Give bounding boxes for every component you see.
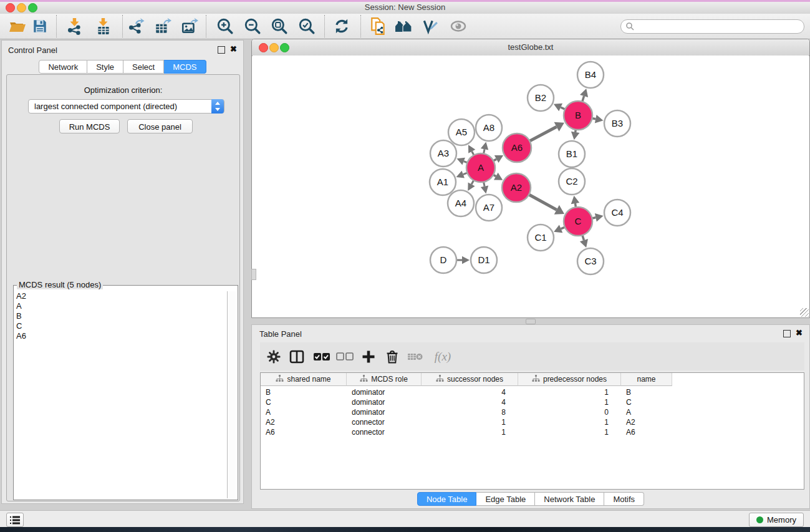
table-row[interactable]: Cdominator41C (261, 397, 804, 407)
table-cell[interactable]: A2 (266, 418, 275, 427)
mcds-result-list[interactable]: A2ABCA6 (15, 291, 226, 498)
table-cell[interactable]: C (266, 398, 271, 407)
run-mcds-button[interactable]: Run MCDS (59, 119, 120, 133)
table-cell[interactable]: A6 (266, 428, 275, 437)
table-cell[interactable]: 0 (518, 408, 609, 417)
column-header-successor-nodes[interactable]: successor nodes (422, 373, 518, 386)
tab-mcds[interactable]: MCDS (164, 60, 206, 74)
table-row[interactable]: A2connector11A2 (261, 417, 804, 427)
deselect-all-icon[interactable] (335, 347, 354, 366)
table-cell[interactable]: 1 (422, 418, 506, 427)
memory-button[interactable]: Memory (749, 513, 804, 527)
show-column-icon[interactable] (287, 347, 306, 366)
edge-arrowhead (595, 213, 604, 221)
table-close-icon[interactable]: ✖ (796, 329, 803, 337)
result-item[interactable]: A2 (15, 291, 226, 301)
delete-table-icon[interactable] (406, 347, 425, 366)
close-panel-button[interactable]: Close panel (127, 119, 193, 133)
table-cell[interactable]: connector (352, 428, 385, 437)
tab-network[interactable]: Network (39, 60, 87, 74)
result-item[interactable]: C (15, 321, 226, 331)
table-cell[interactable]: 1 (518, 398, 609, 407)
table-cell[interactable]: A6 (626, 428, 635, 437)
clone-network-icon[interactable] (369, 17, 388, 36)
network-graph[interactable]: B4B2BB3A5A8A6A3B1AA1C2A2A4A7C4CC1C3DD1 (253, 56, 809, 317)
graph-node-label: A2 (511, 182, 522, 193)
table-panel: Table Panel ✖ (251, 324, 810, 509)
table-cell[interactable]: A2 (626, 418, 635, 427)
table-cell[interactable]: 8 (422, 408, 506, 417)
column-header-predecessor-nodes[interactable]: predecessor nodes (518, 373, 621, 386)
export-network-icon[interactable] (127, 17, 145, 36)
table-cell[interactable]: 1 (422, 428, 506, 437)
column-settings-gear-icon[interactable] (264, 347, 283, 366)
splitter-handle[interactable] (526, 319, 536, 324)
zoom-selected-icon[interactable] (297, 17, 316, 36)
memory-status-icon (756, 516, 763, 523)
table-cell[interactable]: 4 (422, 388, 506, 397)
close-panel-icon[interactable]: ✖ (230, 45, 237, 53)
add-column-icon[interactable] (359, 347, 378, 366)
result-list-scrollbar[interactable] (227, 291, 236, 498)
tab-node-table[interactable]: Node Table (417, 492, 477, 506)
graph-edge[interactable] (528, 194, 556, 210)
table-cell[interactable]: 1 (518, 428, 609, 437)
table-row[interactable]: A6connector11A6 (261, 427, 804, 437)
table-cell[interactable]: dominator (352, 388, 385, 397)
table-cell[interactable]: 4 (422, 398, 506, 407)
tab-edge-table[interactable]: Edge Table (476, 492, 535, 506)
delete-column-trash-icon[interactable] (383, 347, 402, 366)
task-history-button[interactable] (6, 513, 24, 527)
window-edge-handle[interactable] (251, 269, 256, 280)
save-session-icon[interactable] (31, 17, 49, 36)
table-cell[interactable]: connector (352, 418, 385, 427)
table-cell[interactable]: A (626, 408, 631, 417)
tab-select[interactable]: Select (123, 60, 164, 74)
column-header-MCDS-role[interactable]: MCDS role (347, 373, 422, 386)
network-window-titlebar[interactable]: testGlobe.txt (252, 39, 809, 56)
tab-network-table[interactable]: Network Table (535, 492, 604, 506)
export-image-icon[interactable] (180, 17, 199, 36)
zoom-fit-icon[interactable] (270, 17, 289, 36)
table-cell[interactable]: A (266, 408, 271, 417)
home-icon[interactable] (394, 17, 413, 36)
table-cell[interactable]: B (626, 388, 631, 397)
network-canvas[interactable]: B4B2BB3A5A8A6A3B1AA1C2A2A4A7C4CC1C3DD1 (253, 56, 809, 317)
optimization-criterion-select[interactable]: largest connected component (directed) (28, 99, 224, 114)
import-network-icon[interactable] (65, 17, 84, 36)
table-cell[interactable]: C (626, 398, 632, 407)
table-cell[interactable]: dominator (352, 398, 385, 407)
select-all-icon[interactable] (312, 347, 331, 366)
result-item[interactable]: A6 (15, 331, 226, 341)
result-item[interactable]: A (15, 301, 226, 311)
graph-edge[interactable] (529, 127, 557, 142)
table-cell[interactable]: 1 (518, 388, 609, 397)
eye-icon[interactable] (449, 17, 468, 36)
table-row[interactable]: Adominator80A (261, 407, 804, 417)
zoom-in-icon[interactable] (216, 17, 234, 36)
column-header-name[interactable]: name (621, 373, 672, 386)
control-panel-tabs: NetworkStyleSelectMCDS (2, 60, 243, 74)
table-row[interactable]: Bdominator41B (261, 387, 804, 397)
table-cell[interactable]: dominator (352, 408, 385, 417)
float-panel-icon[interactable] (218, 46, 225, 54)
tab-style[interactable]: Style (87, 60, 123, 74)
column-header-label: successor nodes (447, 375, 503, 384)
table-cell[interactable]: B (266, 388, 271, 397)
refresh-icon[interactable] (332, 17, 351, 36)
result-item[interactable]: B (15, 311, 226, 321)
table-cell[interactable]: 1 (518, 418, 609, 427)
column-header-shared-name[interactable]: shared name (261, 373, 347, 386)
annotation-pen-icon[interactable] (421, 17, 440, 36)
open-session-icon[interactable] (8, 17, 27, 36)
import-table-icon[interactable] (94, 17, 113, 36)
node-table[interactable]: shared nameMCDS rolesuccessor nodesprede… (260, 372, 804, 490)
table-float-icon[interactable] (783, 330, 791, 337)
export-table-icon[interactable] (153, 17, 172, 36)
zoom-out-icon[interactable] (243, 17, 262, 36)
tab-motifs[interactable]: Motifs (604, 492, 644, 506)
window-resize-grip[interactable] (800, 308, 809, 317)
search-icon (625, 22, 635, 31)
function-builder-icon[interactable]: f(x) (430, 347, 456, 366)
search-input[interactable] (620, 19, 804, 34)
